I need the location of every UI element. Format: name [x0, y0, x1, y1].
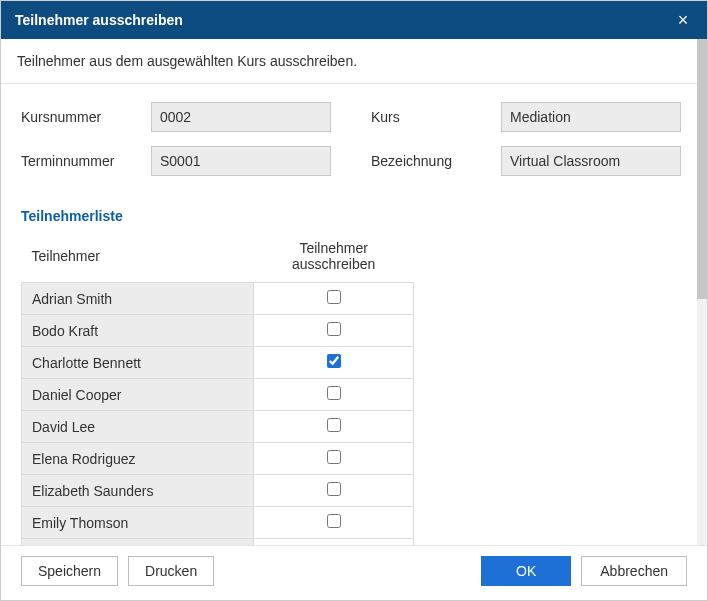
participant-name-cell: Charlotte Bennett — [22, 347, 254, 379]
dialog-subtitle: Teilnehmer aus dem ausgewählten Kurs aus… — [1, 39, 707, 84]
table-row: Emily Thomson — [22, 507, 414, 539]
kursnummer-field[interactable] — [151, 102, 331, 132]
table-row: David Lee — [22, 411, 414, 443]
bezeichnung-field[interactable] — [501, 146, 681, 176]
form-area: Kursnummer Kurs Terminnummer Bezeichnung — [1, 84, 707, 200]
ok-button[interactable]: OK — [481, 556, 571, 586]
participant-name-cell: Adrian Smith — [22, 283, 254, 315]
participant-name-cell: Bodo Kraft — [22, 315, 254, 347]
cancel-button[interactable]: Abbrechen — [581, 556, 687, 586]
participant-checkbox-cell — [254, 539, 414, 545]
table-row: Elizabeth Saunders — [22, 475, 414, 507]
table-header-row: Teilnehmer Teilnehmer ausschreiben — [22, 234, 414, 283]
table-row: Adrian Smith — [22, 283, 414, 315]
unenroll-checkbox[interactable] — [327, 290, 341, 304]
content-scroll-area: Teilnehmer aus dem ausgewählten Kurs aus… — [1, 39, 707, 545]
form-col-kursnummer: Kursnummer — [21, 102, 371, 132]
save-button[interactable]: Speichern — [21, 556, 118, 586]
table-header-name: Teilnehmer — [22, 234, 254, 283]
dialog-footer: Speichern Drucken OK Abbrechen — [1, 545, 707, 600]
participant-checkbox-cell — [254, 443, 414, 475]
participant-checkbox-cell — [254, 411, 414, 443]
form-row-2: Terminnummer Bezeichnung — [21, 146, 687, 176]
kurs-field[interactable] — [501, 102, 681, 132]
vertical-scrollbar[interactable] — [697, 39, 707, 545]
unenroll-checkbox[interactable] — [327, 322, 341, 336]
scrollbar-thumb[interactable] — [697, 39, 707, 299]
table-header-checkbox: Teilnehmer ausschreiben — [254, 234, 414, 283]
print-button[interactable]: Drucken — [128, 556, 214, 586]
table-row: Felix Unger — [22, 539, 414, 545]
unenroll-checkbox[interactable] — [327, 354, 341, 368]
content-inner: Teilnehmer aus dem ausgewählten Kurs aus… — [1, 39, 707, 545]
participant-name-cell: Elizabeth Saunders — [22, 475, 254, 507]
terminnummer-field[interactable] — [151, 146, 331, 176]
dialog-frame: Teilnehmer ausschreiben × Teilnehmer aus… — [0, 0, 708, 601]
unenroll-checkbox[interactable] — [327, 514, 341, 528]
unenroll-checkbox[interactable] — [327, 418, 341, 432]
participant-table: Teilnehmer Teilnehmer ausschreiben Adria… — [21, 234, 414, 545]
form-col-kurs: Kurs — [371, 102, 681, 132]
dialog-title: Teilnehmer ausschreiben — [15, 12, 183, 28]
participant-table-wrap: Teilnehmer Teilnehmer ausschreiben Adria… — [1, 234, 707, 545]
participant-name-cell: Emily Thomson — [22, 507, 254, 539]
title-bar: Teilnehmer ausschreiben × — [1, 1, 707, 39]
unenroll-checkbox[interactable] — [327, 482, 341, 496]
unenroll-checkbox[interactable] — [327, 450, 341, 464]
table-row: Bodo Kraft — [22, 315, 414, 347]
close-icon[interactable]: × — [673, 11, 693, 29]
table-row: Daniel Cooper — [22, 379, 414, 411]
terminnummer-label: Terminnummer — [21, 153, 151, 169]
participant-checkbox-cell — [254, 283, 414, 315]
participant-checkbox-cell — [254, 475, 414, 507]
form-col-terminnummer: Terminnummer — [21, 146, 371, 176]
participant-name-cell: Elena Rodriguez — [22, 443, 254, 475]
table-row: Elena Rodriguez — [22, 443, 414, 475]
participant-name-cell: Felix Unger — [22, 539, 254, 545]
participant-checkbox-cell — [254, 315, 414, 347]
participant-name-cell: David Lee — [22, 411, 254, 443]
section-title: Teilnehmerliste — [1, 200, 707, 234]
table-row: Charlotte Bennett — [22, 347, 414, 379]
participant-checkbox-cell — [254, 507, 414, 539]
bezeichnung-label: Bezeichnung — [371, 153, 501, 169]
kurs-label: Kurs — [371, 109, 501, 125]
form-row-1: Kursnummer Kurs — [21, 102, 687, 132]
participant-checkbox-cell — [254, 379, 414, 411]
form-col-bezeichnung: Bezeichnung — [371, 146, 681, 176]
unenroll-checkbox[interactable] — [327, 386, 341, 400]
kursnummer-label: Kursnummer — [21, 109, 151, 125]
participant-name-cell: Daniel Cooper — [22, 379, 254, 411]
participant-checkbox-cell — [254, 347, 414, 379]
